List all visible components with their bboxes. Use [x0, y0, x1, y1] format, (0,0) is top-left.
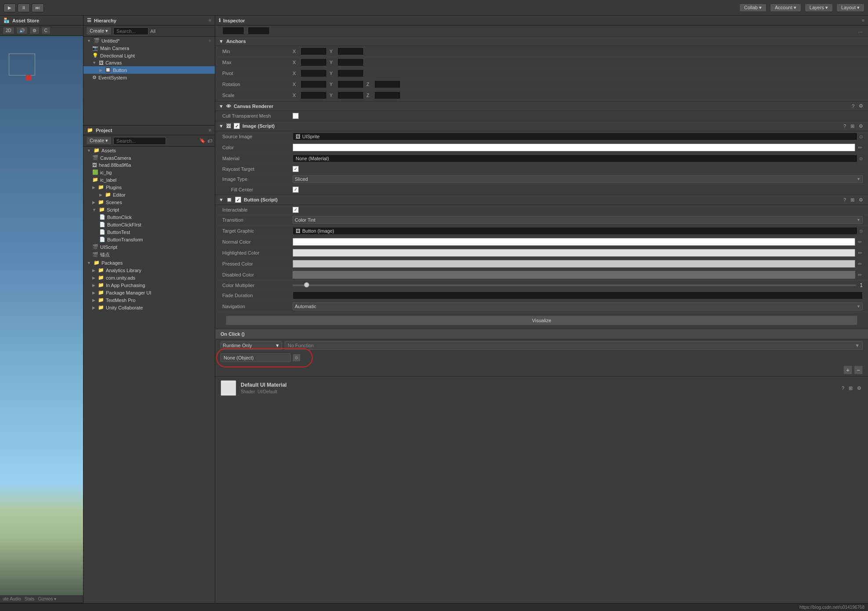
button-transform-item[interactable]: 📄 ButtonTransform [83, 236, 215, 243]
directional-light-item[interactable]: 💡 Directional Light [83, 52, 215, 59]
rotation-x-input[interactable]: 0 [300, 80, 327, 88]
source-image-link[interactable]: ⊙ [859, 134, 863, 139]
image-script-settings[interactable]: ⚙ [857, 123, 864, 129]
canvas-renderer-section[interactable]: ▼ 👁 Canvas Renderer ? ⚙ [215, 101, 868, 111]
pivot-y-input[interactable]: 0.5 [337, 69, 364, 77]
stats-tab[interactable]: Stats [25, 597, 35, 601]
collab-button[interactable]: Collab ▾ [739, 4, 767, 12]
untitled-item[interactable]: ▼ 🎬 Untitled* ≡ [83, 37, 215, 44]
disabled-color-edit[interactable]: ✏ [857, 272, 863, 278]
inspector-menu[interactable]: ≡ [862, 18, 864, 23]
canvas-renderer-settings[interactable]: ⚙ [857, 103, 864, 109]
canvas-renderer-help[interactable]: ? [850, 103, 856, 109]
button-test-item[interactable]: 📄 ButtonTest [83, 228, 215, 236]
image-script-section[interactable]: ▼ 🖼 Image (Script) ? ⊞ ⚙ [215, 121, 868, 131]
raycast-checkbox[interactable] [293, 166, 299, 172]
analytics-item[interactable]: ▶ 📁 Analytics Library [83, 266, 215, 274]
scale-x-input[interactable]: 1 [300, 91, 327, 99]
project-tag[interactable]: 🏷 [207, 138, 212, 144]
project-search-input[interactable] [113, 137, 166, 145]
event-system-item[interactable]: ⚙ EventSystem [83, 74, 215, 81]
highlighted-color-edit[interactable]: ✏ [857, 250, 863, 256]
image-color-edit[interactable]: ✏ [857, 145, 863, 151]
scale-y-input[interactable]: 1 [337, 91, 364, 99]
inspector-scroll[interactable]: 100 50 ... ▼ Anchors Min X 0.5 Y 0.5 [215, 25, 868, 603]
image-script-help[interactable]: ? [842, 123, 847, 129]
play-button[interactable]: ▶ [4, 4, 16, 12]
scene-extra-button[interactable]: C [41, 27, 51, 34]
visualize-button[interactable]: Visualize [226, 316, 857, 325]
target-graphic-link[interactable]: ⊙ [859, 229, 863, 234]
material-layout[interactable]: ⊞ [847, 385, 854, 391]
color-multiplier-slider[interactable]: 1 [293, 282, 863, 288]
top-value2-input[interactable]: 50 [248, 27, 270, 35]
highlighted-color-field[interactable] [293, 249, 855, 257]
image-color-field[interactable] [293, 144, 855, 151]
disabled-color-field[interactable] [293, 271, 855, 279]
button-script-layout[interactable]: ⊞ [849, 197, 856, 203]
target-graphic-ref[interactable]: 🖼 Button (Image) [293, 227, 857, 235]
no-function-field[interactable]: No Function ▼ [285, 341, 863, 350]
scenes-item[interactable]: ▶ 📁 Scenes [83, 198, 215, 206]
layers-button[interactable]: Layers ▾ [805, 4, 833, 12]
fill-center-checkbox[interactable] [293, 187, 299, 193]
runtime-only-dropdown[interactable]: Runtime Only ▼ [221, 341, 282, 350]
plugins-item[interactable]: ▶ 📁 Plugins [83, 183, 215, 191]
rotation-z-input[interactable]: 0 [374, 80, 401, 88]
button-script-help[interactable]: ? [842, 197, 847, 203]
pressed-color-field[interactable] [293, 260, 855, 268]
head-item[interactable]: 🖼 head.88ba9f6a [83, 162, 215, 169]
button-item[interactable]: ▶ 🔲 Button [83, 66, 215, 74]
transition-dropdown[interactable]: Color Tint ▼ [293, 216, 863, 224]
pause-button[interactable]: ⏸ [18, 4, 30, 12]
unity-collaborate-item[interactable]: ▶ 📁 Unity Collaborate [83, 304, 215, 311]
main-camera-item[interactable]: 📷 Main Camera [83, 44, 215, 52]
normal-color-edit[interactable]: ✏ [857, 239, 863, 245]
script-item[interactable]: ▼ 📁 Script [83, 206, 215, 213]
image-script-layout[interactable]: ⊞ [849, 123, 856, 129]
add-onclick-button[interactable]: + [843, 366, 852, 374]
min-x-input[interactable]: 0.5 [300, 47, 327, 55]
2d-button[interactable]: 2D [3, 27, 14, 34]
button-script-settings[interactable]: ⚙ [857, 197, 864, 203]
fade-duration-input[interactable]: 0.1 [293, 291, 863, 299]
image-script-checkbox[interactable] [234, 123, 240, 129]
source-image-ref[interactable]: 🖼 UISprite [293, 133, 857, 140]
material-link[interactable]: ⊙ [859, 156, 863, 161]
assets-item[interactable]: ▼ 📁 Assets [83, 147, 215, 154]
button-click-first-item[interactable]: 📄 ButtonClickFIrst [83, 221, 215, 228]
gizmos-tab[interactable]: Gizmos ▾ [38, 597, 57, 601]
pivot-x-input[interactable]: 0.5 [300, 69, 327, 77]
all-label[interactable]: All [150, 29, 156, 34]
max-y-input[interactable]: 0.5 [337, 58, 364, 66]
min-y-input[interactable]: 0.5 [337, 47, 364, 55]
material-help[interactable]: ? [840, 385, 846, 391]
text-mesh-item[interactable]: ▶ 📁 TextMesh Pro [83, 296, 215, 304]
package-manager-item[interactable]: ▶ 📁 Package Manager UI [83, 289, 215, 296]
anchors-section[interactable]: ▼ Anchors [215, 36, 868, 46]
interactable-checkbox[interactable] [293, 207, 299, 213]
pressed-color-edit[interactable]: ✏ [857, 261, 863, 267]
ui-script-item[interactable]: 🎬 UIScript [83, 243, 215, 251]
navigation-dropdown[interactable]: Automatic ▼ [293, 302, 863, 310]
none-object-field[interactable]: None (Object) [221, 353, 291, 362]
project-menu[interactable]: ≡ [209, 128, 211, 133]
ic-label-item[interactable]: 📁 ic_label [83, 176, 215, 183]
none-object-target[interactable]: ⊙ [293, 354, 300, 362]
packages-item[interactable]: ▼ 📁 Packages [83, 259, 215, 266]
cull-transparent-checkbox[interactable] [293, 113, 299, 119]
audio-tab[interactable]: ute Audio [3, 597, 21, 601]
project-create-button[interactable]: Create ▾ [86, 137, 112, 145]
button-script-section[interactable]: ▼ 🔲 Button (Script) ? ⊞ ⚙ [215, 194, 868, 205]
editor-item[interactable]: ▶ 📁 Editor [83, 191, 215, 198]
rotation-y-input[interactable]: 0 [337, 80, 364, 88]
account-button[interactable]: Account ▾ [770, 4, 801, 12]
material-settings[interactable]: ⚙ [856, 385, 863, 391]
step-button[interactable]: ⏭ [32, 4, 44, 12]
scene-settings-button[interactable]: ⚙ [29, 27, 40, 34]
ic-bg-item[interactable]: 🟩 ic_bg [83, 169, 215, 176]
audio-button[interactable]: 🔊 [16, 27, 28, 34]
max-x-input[interactable]: 0.5 [300, 58, 327, 66]
button-click-item[interactable]: 📄 ButtonClick [83, 213, 215, 221]
com-unity-item[interactable]: ▶ 📁 com.unity.ads [83, 274, 215, 281]
